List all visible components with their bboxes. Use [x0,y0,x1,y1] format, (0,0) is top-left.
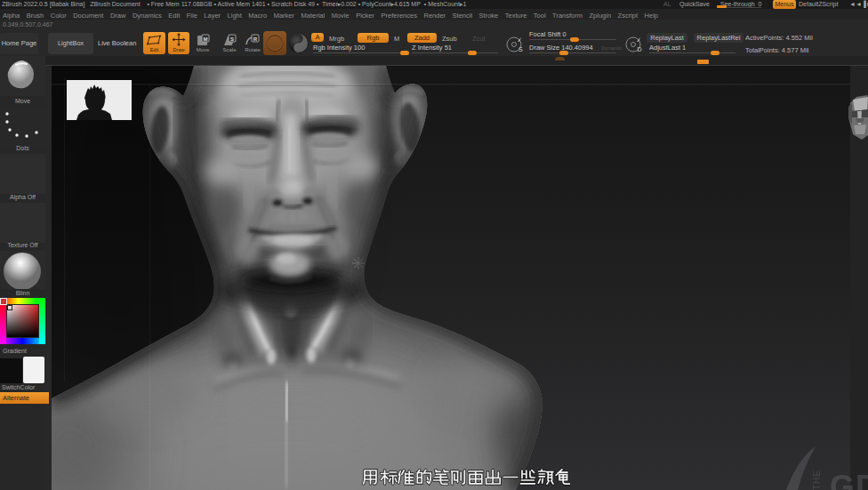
svg-text:R: R [253,36,258,42]
svg-text:Edit: Edit [150,47,159,52]
svg-text:D: D [638,46,642,52]
svg-text:Draw: Draw [173,47,185,52]
svg-text:S: S [518,46,523,52]
svg-text:Scale: Scale [222,47,237,52]
svg-text:S: S [230,36,234,42]
svg-text:M: M [204,36,208,42]
svg-text:Rotate: Rotate [245,47,261,52]
svg-text:Move: Move [197,47,210,52]
svg-text:THE: THE [812,470,822,490]
svg-text:GD: GD [830,469,868,490]
